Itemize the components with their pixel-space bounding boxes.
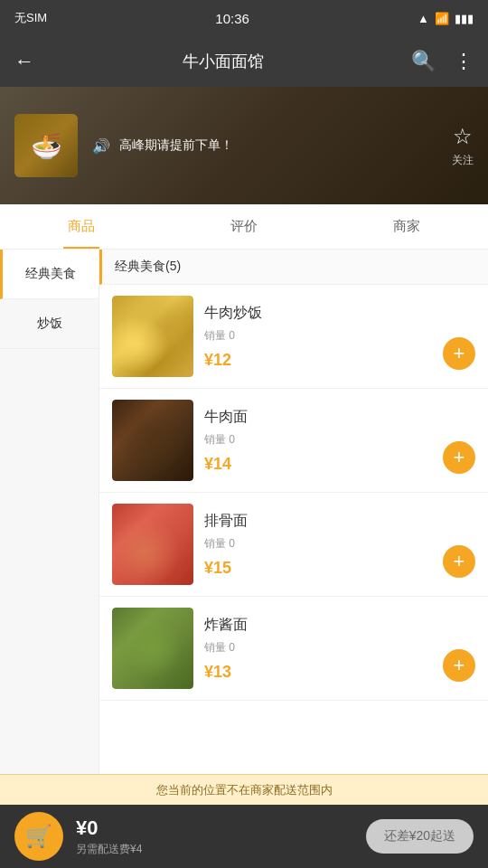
restaurant-image: 🍜 [14, 114, 78, 177]
header-actions: 🔍 ⋮ [411, 50, 474, 73]
item-sales-3: 销量 0 [204, 536, 475, 552]
ribs-noodle-image [112, 504, 193, 585]
add-item-1-button[interactable]: + [443, 337, 475, 370]
cart-button[interactable]: 🛒 [14, 812, 63, 861]
cart-amount: ¥0 [76, 816, 366, 840]
list-item: 排骨面 销量 0 ¥15 + [99, 493, 488, 597]
follow-label: 关注 [452, 153, 474, 168]
header: ← 牛小面面馆 🔍 ⋮ [0, 36, 488, 87]
item-info-4: 炸酱面 销量 0 ¥13 [204, 616, 475, 682]
sidebar-item-chaofan[interactable]: 炒饭 [0, 299, 99, 349]
tab-reviews[interactable]: 评价 [163, 204, 325, 249]
status-bar: 无SIM 10:36 ▲ 📶 ▮▮▮ [0, 0, 488, 36]
delivery-notice-text: 您当前的位置不在商家配送范围内 [156, 782, 333, 798]
list-item: 牛肉面 销量 0 ¥14 + [99, 389, 488, 493]
item-name-3: 排骨面 [204, 512, 475, 531]
zhajang-image [112, 608, 193, 689]
more-button[interactable]: ⋮ [454, 50, 474, 73]
banner: 🍜 🔊 高峰期请提前下单！ ☆ 关注 [0, 87, 488, 204]
signal-icon: ▲ [418, 12, 429, 25]
item-image-4 [112, 608, 193, 689]
bottom-cart-bar: 🛒 ¥0 另需配送费¥4 还差¥20起送 [0, 805, 488, 868]
star-icon: ☆ [453, 124, 473, 149]
follow-button[interactable]: ☆ 关注 [452, 124, 474, 168]
cart-total: ¥0 另需配送费¥4 [76, 816, 366, 857]
cart-icon: 🛒 [25, 824, 52, 849]
item-sales-2: 销量 0 [204, 432, 475, 448]
delivery-notice-bar: 您当前的位置不在商家配送范围内 [0, 774, 488, 805]
add-item-2-button[interactable]: + [443, 441, 475, 474]
category-sidebar: 经典美食 炒饭 [0, 250, 99, 805]
wifi-icon: 📶 [435, 12, 449, 25]
add-item-3-button[interactable]: + [443, 545, 475, 578]
section-header: 经典美食(5) [99, 250, 488, 285]
food-thumbnail: 🍜 [14, 114, 78, 177]
fried-rice-image [112, 296, 193, 377]
item-price-3: ¥15 [204, 559, 475, 578]
carrier-label: 无SIM [14, 10, 47, 26]
item-image-1 [112, 296, 193, 377]
battery-icon: ▮▮▮ [455, 12, 474, 25]
menu-list: 经典美食(5) 牛肉炒饭 销量 0 ¥12 + 牛肉面 销量 0 ¥14 [99, 250, 488, 805]
status-icons: ▲ 📶 ▮▮▮ [418, 12, 474, 25]
item-image-3 [112, 504, 193, 585]
delivery-fee: 另需配送费¥4 [76, 842, 366, 857]
tab-goods[interactable]: 商品 [0, 204, 163, 249]
tab-bar: 商品 评价 商家 [0, 204, 488, 250]
checkout-button[interactable]: 还差¥20起送 [366, 819, 474, 854]
item-image-2 [112, 400, 193, 481]
banner-notice: 🔊 高峰期请提前下单！ [92, 137, 474, 155]
item-name-4: 炸酱面 [204, 616, 475, 635]
item-price-2: ¥14 [204, 455, 475, 474]
item-sales-4: 销量 0 [204, 640, 475, 656]
back-button[interactable]: ← [14, 50, 34, 73]
item-name-2: 牛肉面 [204, 408, 475, 427]
search-button[interactable]: 🔍 [411, 50, 436, 73]
page-title: 牛小面面馆 [183, 51, 264, 72]
beef-noodle-image [112, 400, 193, 481]
item-name-1: 牛肉炒饭 [204, 304, 475, 323]
content-area: 经典美食 炒饭 经典美食(5) 牛肉炒饭 销量 0 ¥12 + [0, 250, 488, 805]
speaker-icon: 🔊 [92, 137, 110, 155]
item-info-1: 牛肉炒饭 销量 0 ¥12 [204, 304, 475, 370]
tab-merchant[interactable]: 商家 [325, 204, 488, 249]
item-price-4: ¥13 [204, 663, 475, 682]
sidebar-item-classic[interactable]: 经典美食 [0, 250, 99, 299]
item-sales-1: 销量 0 [204, 328, 475, 344]
list-item: 炸酱面 销量 0 ¥13 + [99, 597, 488, 701]
notice-text: 高峰期请提前下单！ [119, 137, 233, 154]
list-item: 牛肉炒饭 销量 0 ¥12 + [99, 285, 488, 389]
item-price-1: ¥12 [204, 351, 475, 370]
item-info-3: 排骨面 销量 0 ¥15 [204, 512, 475, 578]
time-display: 10:36 [215, 11, 249, 26]
add-item-4-button[interactable]: + [443, 649, 475, 682]
item-info-2: 牛肉面 销量 0 ¥14 [204, 408, 475, 474]
